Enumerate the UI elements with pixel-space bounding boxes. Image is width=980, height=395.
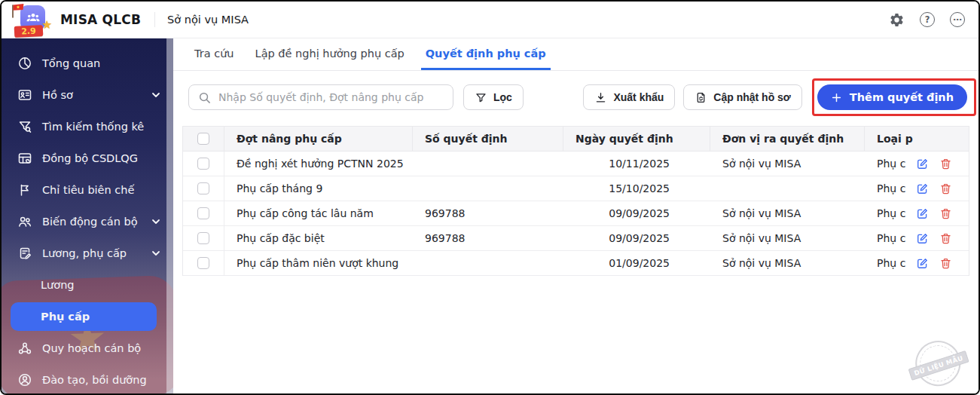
more-icon[interactable]: ⋯	[950, 12, 965, 27]
sidebar-item[interactable]: Đào tạo, bồi dưỡng	[2, 364, 173, 393]
sidebar-subitem[interactable]: Phụ cấp	[11, 302, 157, 331]
tab-bar: Tra cứuLập đề nghị hưởng phụ cấpQuyết đị…	[173, 38, 978, 71]
search-box	[188, 84, 453, 110]
cell-decision-date: 10/11/2025	[563, 158, 710, 170]
training-icon	[17, 372, 32, 387]
cell-decision-date: 09/09/2025	[563, 207, 710, 219]
edit-icon[interactable]	[916, 207, 929, 220]
edit-icon[interactable]	[916, 257, 929, 270]
funnel-icon	[475, 91, 487, 104]
table-row: Phụ cấp tháng 915/10/2025Phụ c	[183, 176, 969, 201]
sidebar-item[interactable]: Lương, phụ cấp	[2, 237, 173, 269]
app-title: MISA QLCB	[60, 12, 141, 27]
planning-icon	[17, 341, 32, 356]
settings-icon[interactable]	[889, 12, 905, 28]
sidebar-item[interactable]: Biến động cán bộ	[2, 206, 173, 237]
edit-icon[interactable]	[916, 182, 929, 195]
select-all-checkbox[interactable]	[197, 133, 209, 145]
sample-data-stamp: DỮ LIỆU MẪU	[905, 333, 972, 395]
tab[interactable]: Quyết định phụ cấp	[421, 38, 551, 70]
vietnam-flag-icon	[9, 3, 27, 23]
search-icon	[198, 91, 211, 104]
export-button[interactable]: Xuất khẩu	[583, 84, 675, 110]
delete-icon[interactable]	[939, 257, 952, 270]
delete-icon[interactable]	[939, 207, 952, 220]
people-icon	[17, 214, 32, 229]
main-content: Tra cứuLập đề nghị hưởng phụ cấpQuyết đị…	[173, 38, 978, 393]
cell-type: Phụ c	[877, 182, 905, 194]
edit-icon[interactable]	[916, 158, 929, 170]
cell-unit: Sở nội vụ MISA	[710, 207, 865, 219]
sidebar-item[interactable]: Tìm kiếm thống kê	[2, 111, 173, 142]
cell-decision-date: 01/09/2025	[563, 257, 710, 269]
delete-icon[interactable]	[939, 158, 952, 170]
table-row: Phụ cấp thâm niên vượt khung01/09/2025Sở…	[183, 251, 969, 276]
app-logo: 2.9 ★	[9, 3, 50, 36]
cell-batch: Phụ cấp đặc biệt	[224, 232, 413, 244]
column-header: Đợt nâng phụ cấp	[224, 127, 413, 151]
tab[interactable]: Tra cứu	[190, 38, 239, 70]
row-checkbox[interactable]	[197, 232, 209, 244]
cell-type: Phụ c	[877, 158, 905, 170]
cell-batch: Phụ cấp thâm niên vượt khung	[224, 257, 413, 269]
sidebar-item[interactable]: Quy hoạch cán bộ	[2, 332, 173, 364]
organization-name: Sở nội vụ MISA	[167, 14, 249, 26]
row-checkbox[interactable]	[197, 207, 209, 219]
header-divider	[154, 12, 155, 27]
row-checkbox[interactable]	[197, 257, 209, 269]
sidebar-item[interactable]: Đồng bộ CSDLQG	[2, 142, 173, 174]
sidebar-nav: Tổng quanHồ sơTìm kiếm thống kêĐồng bộ C…	[2, 38, 173, 393]
sample-data-stamp-label: DỮ LIỆU MẪU	[908, 351, 969, 381]
highlight-annotation-box: Thêm quyết định	[812, 78, 976, 116]
header-actions: ? ⋯	[889, 12, 965, 28]
column-header: Ngày quyết định	[563, 127, 710, 151]
column-header: Đơn vị ra quyết định	[710, 127, 865, 151]
row-checkbox[interactable]	[197, 182, 209, 194]
update-document-icon	[695, 91, 707, 104]
help-icon[interactable]: ?	[920, 12, 935, 27]
version-badge: 2.9	[14, 25, 44, 38]
cell-decision-number: 969788	[413, 232, 563, 244]
cell-decision-date: 15/10/2025	[563, 182, 710, 194]
table-header-row: Đợt nâng phụ cấpSố quyết địnhNgày quyết …	[183, 126, 969, 152]
sidebar-item[interactable]: Chỉ tiêu biên chế	[2, 174, 173, 206]
flag-icon	[17, 182, 32, 198]
cell-type: Phụ c	[877, 207, 905, 219]
sidebar-scrollbar[interactable]	[166, 38, 173, 393]
plus-icon	[831, 92, 842, 103]
cell-batch: Phụ cấp công tác lâu năm	[224, 207, 413, 219]
cell-type: Phụ c	[877, 257, 905, 269]
table-row: Đề nghị xét hưởng PCTNN 202510/11/2025Sở…	[183, 152, 969, 176]
edit-icon[interactable]	[916, 232, 929, 245]
profile-icon	[17, 87, 32, 103]
sidebar-subitem[interactable]: Lương	[2, 269, 173, 301]
app-window: 2.9 ★ MISA QLCB Sở nội vụ MISA ? ⋯ ★ Tổn…	[0, 0, 980, 395]
cell-batch: Phụ cấp tháng 9	[224, 182, 413, 194]
overview-icon	[17, 56, 32, 71]
sync-icon	[17, 151, 32, 166]
salary-icon	[17, 246, 32, 261]
row-checkbox[interactable]	[197, 158, 209, 170]
sidebar-item[interactable]: Tổng quan	[2, 47, 173, 79]
table-row: Phụ cấp công tác lâu năm96978809/09/2025…	[183, 201, 969, 226]
filter-button[interactable]: Lọc	[463, 84, 524, 110]
decisions-table: Đợt nâng phụ cấpSố quyết địnhNgày quyết …	[182, 126, 969, 276]
cell-unit: Sở nội vụ MISA	[710, 257, 865, 269]
delete-icon[interactable]	[939, 182, 952, 195]
delete-icon[interactable]	[939, 232, 952, 245]
table-row: Phụ cấp đặc biệt96978809/09/2025Sở nội v…	[183, 226, 969, 251]
tab[interactable]: Lập đề nghị hưởng phụ cấp	[251, 38, 409, 70]
star-icon: ★	[42, 18, 52, 32]
cell-decision-date: 09/09/2025	[563, 232, 710, 244]
sidebar-item[interactable]: Hồ sơ	[2, 79, 173, 111]
add-decision-button[interactable]: Thêm quyết định	[817, 84, 967, 110]
chevron-down-icon	[151, 248, 161, 259]
top-header: 2.9 ★ MISA QLCB Sở nội vụ MISA ? ⋯	[2, 2, 978, 38]
search-input[interactable]	[217, 90, 444, 104]
sidebar: ★ Tổng quanHồ sơTìm kiếm thống kêĐồng bộ…	[2, 38, 173, 393]
cell-batch: Đề nghị xét hưởng PCTNN 2025	[224, 158, 413, 170]
cell-unit: Sở nội vụ MISA	[710, 232, 865, 244]
chevron-down-icon	[151, 216, 161, 227]
update-profile-button[interactable]: Cập nhật hồ sơ	[683, 84, 802, 110]
search-stats-icon	[17, 119, 32, 134]
